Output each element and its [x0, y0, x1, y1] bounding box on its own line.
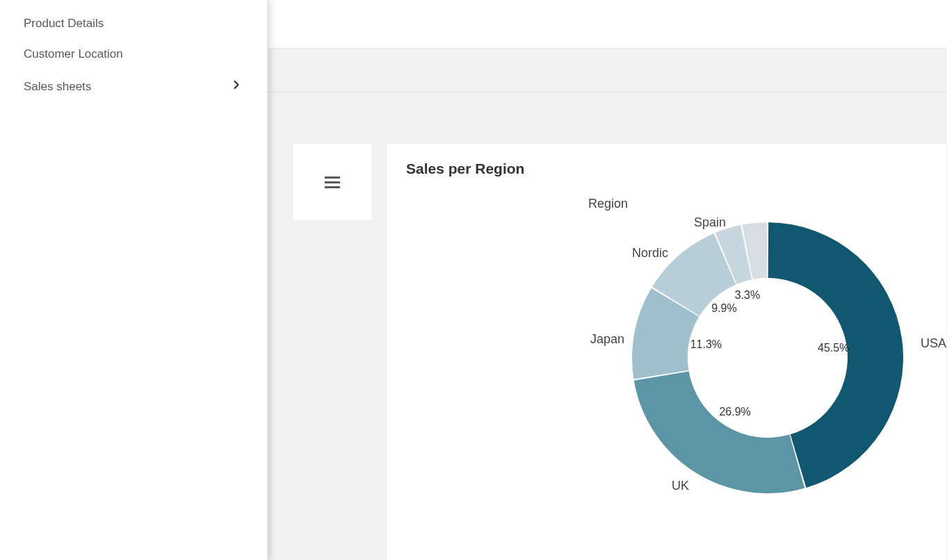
sidebar-item-product-details[interactable]: Product Details — [0, 8, 267, 39]
sidebar-item-customer-location[interactable]: Customer Location — [0, 39, 267, 69]
donut-label-usa: USA — [921, 336, 946, 351]
sidebar-item-label: Customer Location — [24, 47, 123, 61]
menu-icon — [325, 174, 340, 191]
sidebar-item-label: Sales sheets — [24, 80, 91, 94]
donut-label-spain: Spain — [694, 215, 726, 230]
sidebar-item-label: Product Details — [24, 17, 104, 31]
donut-pct-spain: 3.3% — [735, 289, 760, 302]
sidebar-panel: Product Details Customer Location Sales … — [0, 0, 268, 560]
donut-label-japan: Japan — [590, 332, 624, 347]
donut-slice-uk[interactable] — [634, 371, 804, 493]
donut-chart: Region 45.5%USA26.9%UK11.3%Japan9.9%Nord… — [406, 177, 927, 504]
donut-label-uk: UK — [672, 479, 689, 493]
donut-pct-usa: 45.5% — [818, 342, 849, 354]
donut-pct-japan: 11.3% — [690, 338, 722, 351]
donut-pct-nordic: 9.9% — [711, 302, 736, 315]
chart-card-sales-per-region[interactable]: Sales per Region Region 45.5%USA26.9%UK1… — [386, 143, 947, 560]
chevron-right-icon — [229, 78, 243, 95]
sidebar-list: Product Details Customer Location Sales … — [0, 0, 267, 104]
donut-pct-uk: 26.9% — [719, 406, 750, 418]
donut-label-nordic: Nordic — [632, 246, 668, 261]
chart-title: Sales per Region — [406, 160, 927, 177]
chart-legend-title: Region — [588, 197, 760, 211]
sidebar-item-sales-sheets[interactable]: Sales sheets — [0, 69, 267, 104]
hamburger-menu-card[interactable] — [292, 143, 373, 221]
